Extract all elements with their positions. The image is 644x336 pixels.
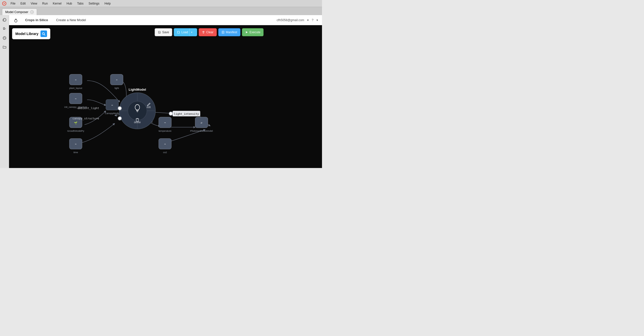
load-icon bbox=[177, 31, 180, 34]
tab-close-button[interactable]: × bbox=[30, 10, 34, 14]
node-canopy-model[interactable]: ↔ CanopyModel bbox=[105, 99, 120, 115]
model-library-search-button[interactable] bbox=[41, 30, 47, 37]
execute-label: Execute bbox=[250, 30, 260, 34]
nav-help-dropdown[interactable]: ▾ bbox=[316, 18, 318, 22]
load-button[interactable]: Load ▾ bbox=[174, 28, 197, 36]
svg-text:time: time bbox=[73, 151, 78, 154]
nav-crops-in-silico[interactable]: Crops in Silico bbox=[24, 17, 50, 23]
left-sidebar bbox=[0, 15, 9, 168]
nav-help-button[interactable]: ? bbox=[312, 18, 313, 22]
node-plant-layout[interactable]: ➡ plant_layout bbox=[69, 74, 82, 89]
titlebar: File Edit View Run Kernel Hub Tabs Setti… bbox=[0, 0, 322, 7]
load-dropdown-icon[interactable]: ▾ bbox=[189, 28, 194, 36]
ambient-light-label: ambient_light bbox=[77, 107, 99, 110]
node-time[interactable]: ➡ time bbox=[69, 139, 82, 154]
svg-point-6 bbox=[4, 39, 4, 39]
run-icon bbox=[3, 27, 7, 31]
svg-point-1 bbox=[3, 27, 5, 29]
svg-text:CanopyModel: CanopyModel bbox=[105, 112, 120, 115]
ctx-delete-label: delete bbox=[134, 121, 141, 124]
clear-icon bbox=[202, 31, 205, 34]
svg-text:temperature: temperature bbox=[158, 129, 171, 132]
tabbar: Model Composer × bbox=[0, 7, 322, 15]
sidebar-icon-palette[interactable] bbox=[1, 35, 8, 41]
svg-text:plant_layout: plant_layout bbox=[69, 87, 82, 89]
refresh-icon bbox=[3, 18, 7, 22]
clear-label: Clear bbox=[206, 30, 214, 34]
svg-text:➡: ➡ bbox=[75, 78, 77, 82]
nav-dropdown-icon[interactable]: ▾ bbox=[307, 18, 309, 22]
svg-marker-16 bbox=[246, 31, 248, 33]
svg-text:PhotosynthesisModel: PhotosynthesisModel bbox=[190, 129, 213, 132]
execute-icon bbox=[245, 31, 248, 34]
svg-text:➡: ➡ bbox=[116, 78, 118, 82]
menu-edit[interactable]: Edit bbox=[18, 1, 28, 6]
svg-rect-11 bbox=[159, 31, 160, 32]
navbar: Crops in Silico Create a New Model cfh50… bbox=[9, 15, 322, 25]
svg-text:➡: ➡ bbox=[75, 143, 77, 146]
load-label: Load bbox=[181, 30, 188, 34]
menu-help[interactable]: Help bbox=[102, 1, 113, 6]
manifest-label: Manifest bbox=[226, 30, 237, 34]
svg-text:↔: ↔ bbox=[111, 104, 113, 107]
nav-logo bbox=[13, 17, 19, 23]
svg-text:GrowthModelPy: GrowthModelPy bbox=[67, 129, 84, 132]
execute-button[interactable]: Execute bbox=[242, 28, 264, 36]
model-composer-tab[interactable]: Model Composer × bbox=[2, 9, 37, 15]
lightmodel-title: LightModel bbox=[129, 88, 146, 91]
nav-user-email[interactable]: cfh5058@gmail.com bbox=[277, 18, 304, 22]
app-body: Crops in Silico Create a New Model cfh50… bbox=[0, 15, 322, 168]
node-photosynthesis-model[interactable]: ⇄ PhotosynthesisModel bbox=[190, 117, 213, 132]
svg-point-7 bbox=[15, 20, 17, 22]
save-label: Save bbox=[162, 30, 169, 34]
svg-point-4 bbox=[4, 37, 5, 38]
svg-point-2 bbox=[3, 37, 6, 40]
menu-bar: File Edit View Run Kernel Hub Tabs Setti… bbox=[9, 1, 113, 6]
svg-rect-10 bbox=[159, 32, 160, 33]
svg-text:🌱: 🌱 bbox=[74, 121, 77, 125]
svg-text:➡: ➡ bbox=[164, 121, 166, 124]
menu-run[interactable]: Run bbox=[40, 1, 50, 6]
menu-view[interactable]: View bbox=[29, 1, 39, 6]
manifest-button[interactable]: Manifest bbox=[218, 28, 240, 36]
svg-point-5 bbox=[5, 38, 5, 39]
toolbar: Save Load ▾ Clear bbox=[155, 28, 264, 36]
svg-text:co2: co2 bbox=[163, 151, 167, 154]
svg-line-9 bbox=[44, 34, 45, 35]
node-init-canopy[interactable]: ➡ init_canopy_structure bbox=[64, 93, 87, 108]
folder-icon bbox=[3, 45, 7, 49]
canopy-structure-label: canopy_structure bbox=[72, 117, 99, 120]
menu-settings[interactable]: Settings bbox=[87, 1, 101, 6]
save-icon bbox=[158, 31, 161, 34]
model-library-label: Model Library bbox=[15, 32, 38, 36]
model-library-panel: Model Library bbox=[12, 28, 50, 39]
clear-button[interactable]: Clear bbox=[199, 28, 217, 36]
light-intensity-label: light_intensity bbox=[174, 112, 199, 116]
menu-kernel[interactable]: Kernel bbox=[51, 1, 64, 6]
nav-create-new-model[interactable]: Create a New Model bbox=[55, 17, 88, 23]
canopy-structure-port[interactable] bbox=[118, 117, 122, 120]
svg-point-3 bbox=[3, 37, 4, 38]
light-intensity-port[interactable] bbox=[169, 112, 173, 115]
svg-text:➡: ➡ bbox=[164, 143, 166, 146]
search-icon bbox=[42, 32, 45, 36]
sidebar-icon-refresh[interactable] bbox=[1, 17, 8, 23]
tab-label: Model Composer bbox=[5, 10, 28, 14]
canvas-container[interactable]: Model Library Save bbox=[9, 25, 322, 168]
ambient-light-port[interactable] bbox=[118, 107, 122, 110]
sidebar-icon-run[interactable] bbox=[1, 26, 8, 32]
palette-icon bbox=[3, 36, 7, 40]
main-content: Crops in Silico Create a New Model cfh50… bbox=[9, 15, 322, 168]
canvas-svg: ➡ plant_layout ➡ light ➡ init_canopy_str… bbox=[9, 25, 322, 168]
svg-text:⇄: ⇄ bbox=[201, 121, 203, 124]
node-light[interactable]: ➡ light bbox=[110, 74, 123, 89]
svg-text:light: light bbox=[114, 87, 119, 89]
node-temperature[interactable]: ➡ temperature bbox=[158, 117, 171, 132]
node-co2[interactable]: ➡ co2 bbox=[159, 139, 171, 154]
sidebar-icon-files[interactable] bbox=[1, 44, 8, 50]
save-button[interactable]: Save bbox=[155, 28, 172, 36]
menu-hub[interactable]: Hub bbox=[65, 1, 74, 6]
app-logo bbox=[2, 1, 7, 6]
menu-file[interactable]: File bbox=[9, 1, 17, 6]
menu-tabs[interactable]: Tabs bbox=[75, 1, 86, 6]
